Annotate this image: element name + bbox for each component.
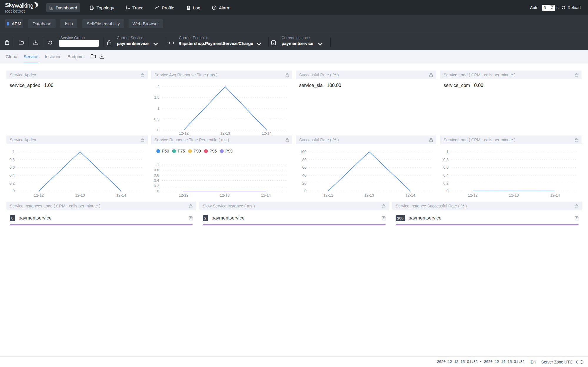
svg-text:12-14: 12-14: [405, 193, 415, 197]
svg-text:12-14: 12-14: [550, 193, 560, 197]
svg-text:20: 20: [302, 181, 307, 185]
svg-text:12-12: 12-12: [34, 193, 44, 197]
svg-text:1.5: 1.5: [154, 95, 159, 100]
svg-text:0.6: 0.6: [443, 165, 449, 170]
svg-text:P95: P95: [209, 149, 217, 153]
svg-text:0.4: 0.4: [443, 173, 449, 177]
svg-text:12-13: 12-13: [220, 193, 229, 197]
svg-text:100: 100: [300, 150, 307, 154]
svg-text:1: 1: [157, 106, 159, 110]
svg-text:12-12: 12-12: [323, 193, 333, 197]
svg-text:1: 1: [13, 150, 15, 154]
svg-text:0.4: 0.4: [9, 173, 15, 177]
svg-text:80: 80: [302, 157, 307, 162]
svg-text:12-12: 12-12: [179, 131, 189, 135]
svg-text:0.8: 0.8: [9, 157, 15, 162]
svg-text:P75: P75: [178, 149, 185, 153]
svg-text:P90: P90: [194, 149, 201, 153]
svg-text:0.8: 0.8: [154, 168, 159, 172]
svg-text:P50: P50: [162, 149, 169, 153]
svg-text:0: 0: [304, 189, 307, 193]
svg-text:12-12: 12-12: [468, 193, 477, 197]
svg-text:0.5: 0.5: [154, 117, 159, 121]
svg-text:0.6: 0.6: [154, 173, 159, 177]
svg-text:12-13: 12-13: [220, 131, 230, 135]
svg-text:1: 1: [447, 150, 449, 154]
svg-text:12-14: 12-14: [262, 131, 271, 135]
svg-text:P99: P99: [225, 149, 233, 153]
svg-text:60: 60: [302, 165, 307, 170]
svg-text:0.4: 0.4: [154, 178, 159, 183]
svg-text:0: 0: [157, 189, 159, 193]
svg-text:12-13: 12-13: [364, 193, 374, 197]
svg-text:0.8: 0.8: [443, 157, 449, 162]
svg-text:0.2: 0.2: [443, 181, 449, 185]
svg-text:1: 1: [157, 162, 159, 167]
svg-text:0: 0: [13, 189, 15, 193]
svg-text:0.2: 0.2: [154, 184, 159, 188]
svg-text:2: 2: [157, 85, 159, 89]
svg-text:0.6: 0.6: [9, 165, 15, 170]
svg-text:40: 40: [302, 173, 307, 177]
svg-text:12-14: 12-14: [261, 193, 271, 197]
svg-text:12-14: 12-14: [116, 193, 126, 197]
svg-text:12-13: 12-13: [509, 193, 519, 197]
svg-text:12-13: 12-13: [75, 193, 85, 197]
svg-text:0.2: 0.2: [9, 181, 15, 185]
svg-text:0: 0: [157, 128, 159, 132]
svg-text:0: 0: [447, 189, 449, 193]
svg-text:12-12: 12-12: [179, 193, 188, 197]
